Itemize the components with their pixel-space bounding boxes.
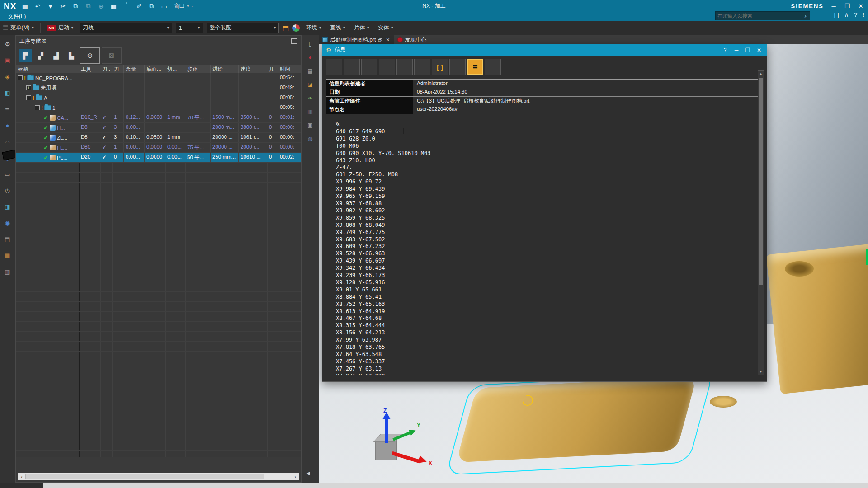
tab-part-document[interactable]: 后处理制作图档.prt 🗗 ✕: [319, 35, 394, 44]
expand-icon[interactable]: +: [26, 85, 31, 90]
column-header[interactable]: 工具: [79, 65, 100, 73]
help-icon[interactable]: ?: [854, 11, 857, 18]
bookmark-icon[interactable]: ▯: [305, 39, 315, 49]
column-header[interactable]: 进给: [211, 65, 239, 73]
save-as-icon[interactable]: ▦: [109, 3, 118, 10]
box-icon[interactable]: ◪: [305, 80, 315, 89]
row-title-cell[interactable]: ✓FL...: [16, 143, 79, 152]
scrollbar-thumb[interactable]: [759, 78, 763, 285]
cube-icon[interactable]: ⬒: [283, 24, 289, 32]
mic-icon[interactable]: 𝄒: [122, 2, 130, 10]
fullscreen-icon[interactable]: [ ]: [834, 11, 839, 18]
info-help-button[interactable]: ?: [721, 47, 729, 53]
undo-icon[interactable]: ↶: [33, 3, 42, 10]
collapse-icon[interactable]: −: [26, 95, 31, 100]
info-minimize-button[interactable]: ─: [732, 47, 741, 53]
scroll-left-icon[interactable]: ‹: [18, 474, 25, 479]
info-restore-button[interactable]: ❐: [744, 47, 752, 53]
chart-icon[interactable]: ▥: [3, 267, 13, 277]
column-header[interactable]: 步距: [185, 65, 211, 73]
scroll-down-icon[interactable]: ▼: [758, 370, 764, 374]
find-object-icon[interactable]: ⊕: [80, 47, 100, 64]
select-brackets-icon[interactable]: [ ]: [432, 59, 448, 75]
part-navigator-icon[interactable]: ◨: [3, 202, 13, 211]
scrollbar-thumb[interactable]: [25, 474, 264, 479]
search-input[interactable]: [716, 13, 805, 19]
collapse-icon[interactable]: −: [18, 75, 23, 80]
table-row[interactable]: −!NC_PROGRA... 00:54:: [16, 73, 301, 83]
navigator-maximize-button[interactable]: [291, 38, 297, 44]
info-tool-6[interactable]: [414, 59, 430, 75]
file-menu[interactable]: 文件(F): [8, 13, 26, 20]
row-title-cell[interactable]: ✓PL...: [16, 153, 79, 162]
leaf-icon[interactable]: ❧: [305, 93, 315, 103]
navigator-horizontal-scrollbar[interactable]: ‹ ›: [18, 473, 299, 480]
layer-icon[interactable]: ≣: [3, 104, 13, 114]
template-icon[interactable]: ▥: [305, 107, 315, 117]
row-title-cell[interactable]: ✓ZL...: [16, 133, 79, 142]
window-icon[interactable]: ▭: [160, 3, 168, 10]
toolpath-combobox[interactable]: 刀轨 ▾: [80, 23, 172, 33]
discovery-icon[interactable]: ●: [305, 52, 315, 62]
paste-icon[interactable]: ⧉: [84, 2, 92, 10]
search-box[interactable]: ⌕: [715, 11, 810, 20]
solid-dropdown[interactable]: 实体 ▾: [375, 24, 396, 32]
monitor-icon[interactable]: ▭: [3, 169, 13, 179]
machining-method-view-icon[interactable]: ▙: [65, 49, 78, 62]
table-row[interactable]: −!A 00:05:: [16, 93, 301, 103]
info-tool-5[interactable]: [396, 59, 413, 75]
start-button[interactable]: NX 启动 ▾: [44, 24, 76, 32]
program-order-view-icon[interactable]: ▛: [19, 49, 32, 62]
information-titlebar[interactable]: ⚙ 信息 ? ─ ❐ ✕: [322, 44, 767, 56]
info-tool-8[interactable]: [449, 59, 466, 75]
row-title-cell[interactable]: −!1: [16, 103, 79, 113]
view-icon[interactable]: ◧: [3, 88, 13, 98]
table-row[interactable]: +未用项 00:49:: [16, 83, 301, 93]
row-title-cell[interactable]: −!A: [16, 93, 79, 103]
row-title-cell[interactable]: +未用项: [16, 83, 79, 93]
tab-discovery-center[interactable]: 发现中心: [394, 35, 430, 44]
palette-icon[interactable]: ▤: [305, 66, 315, 76]
menu-button[interactable]: ☰ 菜单(M) ▾: [0, 24, 37, 32]
assembly-combobox[interactable]: 整个装配 ▾: [207, 23, 279, 33]
column-header[interactable]: 刀: [112, 65, 124, 73]
row-title-cell[interactable]: −!NC_PROGRA...: [16, 73, 79, 83]
column-header[interactable]: 切...: [165, 65, 185, 73]
machine-tool-view-icon[interactable]: ▞: [34, 49, 47, 62]
notes-icon[interactable]: ▤: [3, 234, 13, 244]
info-tool-1[interactable]: [326, 59, 342, 75]
column-header[interactable]: 标题: [16, 65, 79, 73]
line-dropdown[interactable]: 直线 ▾: [327, 24, 348, 32]
history-clock-icon[interactable]: ◷: [3, 185, 13, 195]
table-row[interactable]: ✓ZL... D8 ✓ 3 0.10... 0.0500 1 mm 20000 …: [16, 133, 301, 143]
environment-dropdown[interactable]: 环境 ▾: [303, 24, 324, 32]
web-icon[interactable]: ◍: [305, 134, 315, 144]
table-row[interactable]: ✓PL... D20 ✓ 0 0.00... 0.0000 0.00... 50…: [16, 153, 301, 163]
user-icon[interactable]: ◉: [3, 218, 13, 228]
info-tool-3[interactable]: [361, 59, 377, 75]
column-header[interactable]: 速度: [239, 65, 267, 73]
minimize-ribbon-icon[interactable]: ∧: [844, 11, 849, 18]
graphics-viewport[interactable]: Z Y X 后处理制作图档.prt 🗗 ✕ 发现中心 ⚙ 信息 ?: [319, 35, 868, 483]
restore-button[interactable]: ❐: [844, 3, 851, 9]
measure-icon[interactable]: ⌓: [3, 136, 13, 146]
part-body-right[interactable]: [766, 243, 868, 394]
row-title-cell[interactable]: ✓H...: [16, 123, 79, 132]
sheet-dropdown[interactable]: 片体 ▾: [351, 24, 372, 32]
tab-close-icon[interactable]: ✕: [386, 37, 390, 43]
info-tool-4[interactable]: [379, 59, 395, 75]
clip-icon[interactable]: ▣: [305, 120, 315, 130]
pie-chart-icon[interactable]: [292, 24, 300, 32]
table-row[interactable]: −!1 00:05:: [16, 103, 301, 113]
copy-icon[interactable]: ⧉: [71, 2, 80, 10]
calendar-icon[interactable]: ▦: [3, 250, 13, 260]
roles-gear-icon[interactable]: ⚙: [3, 39, 13, 49]
window-menu[interactable]: 窗口 ▾ ⌄: [171, 2, 197, 10]
information-vertical-scrollbar[interactable]: ▲ ▼: [758, 70, 764, 375]
collapse-panel-icon[interactable]: ◀: [306, 470, 310, 476]
constraint-icon[interactable]: ◈: [3, 71, 13, 81]
info-tool-10[interactable]: [485, 59, 501, 75]
table-row[interactable]: ✓FL... D80 ✓ 1 0.00... 0.0000 0.00... 75…: [16, 143, 301, 153]
command-finder-icon[interactable]: !: [863, 11, 864, 18]
collapse-icon[interactable]: −: [35, 105, 40, 110]
